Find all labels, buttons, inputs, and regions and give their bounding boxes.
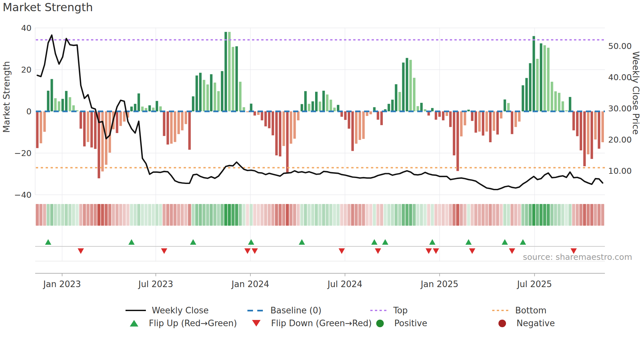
heatmap-cell	[116, 204, 119, 226]
heatmap-cell	[518, 204, 521, 226]
strength-bar	[587, 111, 589, 154]
heatmap-cell	[242, 204, 245, 226]
strength-bar	[442, 111, 445, 120]
heatmap-cell	[228, 204, 231, 226]
heatmap-cell	[108, 204, 111, 226]
heatmap-cell	[413, 204, 416, 226]
heatmap-cell	[322, 204, 325, 226]
strength-bar	[130, 106, 133, 111]
strength-bar	[554, 91, 557, 111]
heatmap-cell	[90, 204, 93, 226]
heatmap-cell	[155, 204, 158, 226]
heatmap-cell	[572, 204, 575, 226]
strength-bar	[504, 100, 506, 111]
source-note: source: sharemaestro.com	[523, 252, 632, 262]
heatmap-cell	[547, 204, 550, 226]
strength-bar	[210, 74, 213, 111]
strength-bar	[489, 111, 492, 142]
strength-bar	[239, 82, 242, 111]
x-axis-tick-label: Jan 2024	[231, 279, 269, 289]
strength-bar	[547, 48, 550, 111]
strength-bar	[134, 104, 137, 111]
strength-bar	[348, 111, 350, 129]
heatmap-cell	[177, 204, 180, 226]
heatmap-cell	[315, 204, 318, 226]
strength-bar	[351, 111, 354, 151]
heatmap-cell	[231, 204, 234, 226]
heatmap-cell	[355, 204, 357, 226]
heatmap-cell	[286, 204, 289, 226]
strength-bar	[478, 111, 481, 132]
heatmap-cell	[485, 204, 488, 226]
strength-bar	[221, 71, 223, 111]
x-axis-tick-label: Jul 2025	[517, 279, 552, 289]
strength-bar	[562, 102, 564, 112]
heatmap-cell	[282, 204, 285, 226]
baseline-dash-swatch	[247, 310, 264, 311]
heatmap-cell	[83, 204, 86, 226]
heatmap-cell	[347, 204, 350, 226]
strength-bar	[551, 82, 553, 111]
flip-down-marker	[339, 248, 345, 254]
strength-bar	[485, 111, 488, 132]
heatmap-cell	[467, 204, 470, 226]
heatmap-cell	[449, 204, 452, 226]
strength-bar	[326, 95, 329, 111]
strength-bar	[424, 109, 426, 111]
heatmap-cell	[380, 204, 383, 226]
heatmap-cell	[554, 204, 557, 226]
strength-bar	[286, 111, 289, 173]
left-axis-title: Market Strength	[1, 61, 12, 133]
heatmap-cell	[597, 204, 600, 226]
legend-positive: Positive	[376, 318, 427, 329]
heatmap-cell	[427, 204, 430, 226]
strength-bar	[590, 111, 593, 159]
strength-bar	[224, 32, 227, 111]
weekly-close-line	[37, 35, 603, 190]
heatmap-cell	[188, 204, 191, 226]
heatmap-cell	[304, 204, 307, 226]
heatmap-cell	[257, 204, 260, 226]
legend-flip-up-label: Flip Up (Red→Green)	[149, 318, 237, 328]
strength-bar	[413, 78, 416, 111]
heatmap-cell	[68, 204, 71, 226]
legend-baseline: Baseline (0)	[247, 305, 321, 316]
top-dotted-swatch	[370, 310, 387, 311]
strength-bar	[337, 105, 339, 111]
right-axis-tick-label: 20.00	[608, 135, 632, 145]
legend-flip-down-label: Flip Down (Green→Red)	[271, 318, 372, 328]
strength-bar	[301, 104, 303, 111]
heatmap-cell	[79, 204, 82, 226]
flip-up-marker	[520, 239, 526, 245]
right-axis-title: Weekly Close Price	[631, 51, 641, 135]
heatmap-cell	[279, 204, 282, 226]
heatmap-cell	[130, 204, 133, 226]
heatmap-cell	[318, 204, 321, 226]
x-axis: Jan 2023Jul 2023Jan 2024Jul 2024Jan 2025…	[35, 273, 605, 289]
strength-bar	[496, 111, 499, 135]
strength-bar	[583, 111, 586, 166]
heatmap-cell	[576, 204, 579, 226]
strength-bar	[518, 111, 521, 122]
heatmap-cell	[224, 204, 227, 226]
legend-flip-up: Flip Up (Red→Green)	[130, 318, 237, 329]
flip-up-triangle-icon	[130, 320, 138, 327]
heatmap-cell	[289, 204, 292, 226]
legend-bottom: Bottom	[492, 305, 546, 316]
heatmap-cell	[536, 204, 539, 226]
right-axis-tick-label: 40.00	[608, 73, 632, 82]
heatmap-cell	[137, 204, 140, 226]
strength-bar	[515, 111, 517, 127]
heatmap-cell	[471, 204, 473, 226]
strength-bar	[355, 111, 357, 144]
heatmap-cell	[261, 204, 264, 226]
heatmap-cell	[391, 204, 394, 226]
strength-bar	[536, 59, 539, 111]
strength-bar	[217, 91, 220, 111]
strength-bar	[163, 111, 166, 136]
strength-bar	[80, 111, 82, 129]
strength-bar	[83, 111, 86, 147]
heatmap-cell	[173, 204, 176, 226]
legend-flip-down: Flip Down (Green→Red)	[252, 318, 372, 329]
flip-up-marker	[248, 239, 254, 245]
